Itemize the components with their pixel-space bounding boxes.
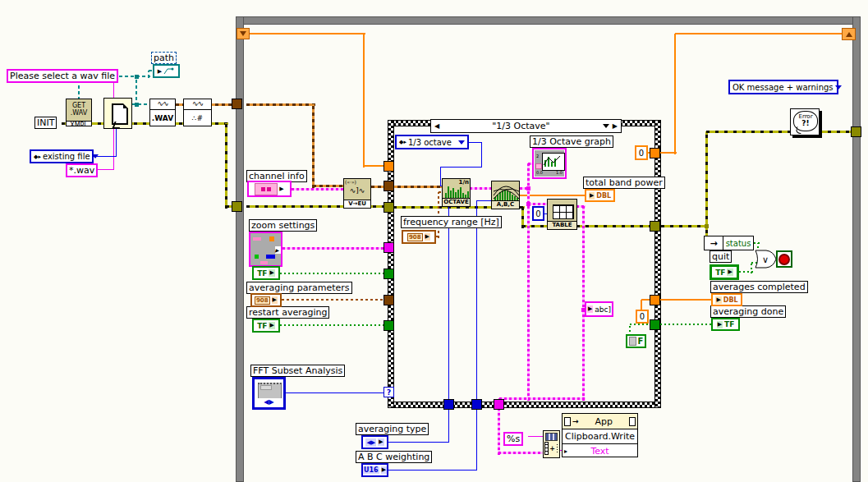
while-loop-border-left[interactable] bbox=[236, 16, 244, 482]
quit-label: quit bbox=[710, 250, 732, 263]
tunnel-signal-in[interactable] bbox=[383, 181, 394, 191]
case-dropdown-icon[interactable] bbox=[603, 124, 609, 128]
fft-subset-control[interactable]: ◀▶ bbox=[252, 377, 286, 410]
tunnel-averaging-params[interactable] bbox=[383, 295, 394, 305]
averages-completed-indicator[interactable]: ▶DBL bbox=[711, 293, 742, 306]
averages-zero-constant[interactable]: 0 bbox=[636, 310, 649, 324]
invoke-param-text[interactable]: ▸Text bbox=[563, 444, 637, 457]
quit-control[interactable]: TF▶ bbox=[710, 264, 739, 280]
averaging-parameters-control[interactable]: 908▶ bbox=[250, 293, 282, 307]
wave-info-vi[interactable]: ∿∿∴# bbox=[183, 99, 212, 126]
reset-zero-constant[interactable]: 0 bbox=[635, 145, 648, 160]
zoom-settings-wire bbox=[282, 247, 387, 250]
restart-averaging-label: restart averaging bbox=[246, 306, 329, 319]
averages-completed-label: averages completed bbox=[710, 281, 808, 293]
tunnel-zoom-settings[interactable] bbox=[383, 242, 394, 253]
wav-pattern-string[interactable]: *.wav bbox=[66, 163, 98, 177]
cluster-icon bbox=[255, 183, 278, 195]
while-loop-border-top[interactable] bbox=[236, 16, 861, 25]
tunnel-case-error-in[interactable] bbox=[383, 202, 394, 213]
error-handler-vi[interactable]: Error?! bbox=[790, 108, 820, 135]
octave-analysis-vi[interactable]: 1/nOCTAVE bbox=[442, 178, 471, 207]
scale-v-to-eu-vi[interactable]: («·»)∿]∿V→EU bbox=[343, 178, 371, 209]
tunnel-averages-out[interactable] bbox=[650, 295, 660, 305]
dropdown-icon[interactable] bbox=[458, 140, 465, 145]
invoke-method[interactable]: Clipboard.Write bbox=[563, 429, 637, 444]
averaging-type-control[interactable]: ◀▶▶ bbox=[361, 435, 388, 449]
abc-weighting-vi[interactable]: A,B,C bbox=[491, 181, 520, 209]
wire-junction bbox=[526, 202, 530, 206]
case-border-right[interactable] bbox=[654, 120, 661, 408]
band-strings-indicator[interactable]: ▶abc] bbox=[585, 301, 613, 317]
octave-graph-label: 1/3 Octave graph bbox=[530, 135, 613, 148]
false-constant[interactable]: F bbox=[626, 334, 646, 348]
zoom-settings-control[interactable]: ▶ bbox=[249, 232, 282, 267]
tunnel-error-in[interactable] bbox=[232, 201, 242, 212]
tunnel-band-strings[interactable] bbox=[494, 399, 504, 410]
error-wire-case bbox=[522, 225, 659, 227]
tunnel-count-out[interactable] bbox=[650, 148, 660, 158]
invoke-class[interactable]: App bbox=[581, 416, 627, 427]
tunnel-abc-weighting[interactable] bbox=[471, 399, 482, 410]
zoom-settings-label: zoom settings bbox=[249, 219, 317, 232]
averaging-parameters-label: averaging parameters bbox=[246, 282, 352, 294]
ok-message-enum[interactable]: OK message + warnings bbox=[728, 80, 838, 94]
init-constant[interactable]: INIT bbox=[34, 117, 57, 129]
case-next-arrow[interactable]: ▶ bbox=[613, 122, 618, 130]
file-dialog-vi[interactable] bbox=[103, 98, 132, 129]
existing-file-enum[interactable]: ◆▸existing file bbox=[30, 149, 94, 163]
dropdown-icon[interactable] bbox=[835, 85, 842, 90]
case-prev-arrow[interactable]: ◀ bbox=[434, 122, 439, 130]
tunnel-averaging-type[interactable] bbox=[443, 399, 454, 410]
please-select-string[interactable]: Please select a wav file bbox=[7, 69, 118, 83]
existing-file-wire bbox=[116, 129, 117, 157]
dropdown-icon[interactable] bbox=[92, 154, 99, 158]
tunnel-count-in[interactable] bbox=[383, 161, 394, 172]
zoom-enable-control[interactable]: TF▶ bbox=[252, 266, 280, 280]
shift-register-right[interactable] bbox=[842, 28, 856, 40]
tunnel-restart-averaging[interactable] bbox=[383, 320, 394, 331]
averaging-done-indicator[interactable]: ▶TF bbox=[711, 318, 740, 331]
while-loop-border-right[interactable] bbox=[852, 16, 861, 482]
tunnel-case-error-out[interactable] bbox=[650, 221, 660, 232]
tunnel-wav-data-in[interactable] bbox=[232, 99, 242, 109]
svg-text:∨: ∨ bbox=[762, 255, 769, 265]
case-title: "1/3 Octave" bbox=[443, 121, 599, 131]
octave-graph-terminal[interactable]: 20.01.0 bbox=[532, 148, 567, 179]
tunnel-error-out[interactable] bbox=[851, 126, 861, 137]
tunnel-done-out[interactable] bbox=[650, 319, 660, 330]
loop-stop-terminal[interactable] bbox=[776, 250, 792, 268]
restart-averaging-control[interactable]: TF▶ bbox=[252, 319, 280, 333]
error-wire-right bbox=[706, 131, 793, 133]
total-band-power-indicator[interactable]: ▶DBL bbox=[585, 189, 615, 202]
case-title-bar[interactable]: ◀"1/3 Octave"▶ bbox=[430, 119, 622, 133]
case-border-bottom[interactable] bbox=[388, 402, 661, 408]
invoke-node[interactable]: →AppClipboard.Write▸Text bbox=[562, 413, 638, 457]
frequency-range-control[interactable]: 908▶ bbox=[402, 230, 436, 244]
averaging-type-label: averaging type bbox=[356, 423, 429, 435]
abc-weight-wire-in bbox=[476, 200, 492, 201]
table-zero-constant[interactable]: 0 bbox=[532, 206, 544, 221]
get-wav-example-vi[interactable]: GET.WAVXMPL bbox=[66, 99, 92, 126]
abc-weighting-control[interactable]: U16▶ bbox=[361, 463, 388, 477]
avg-params-wire bbox=[282, 299, 386, 301]
octave-enum-wire bbox=[440, 167, 482, 168]
channel-info-control[interactable]: ▶ bbox=[247, 181, 292, 197]
read-wav-file-vi[interactable]: ∿∿.WAV bbox=[149, 99, 176, 126]
error-wire-right bbox=[705, 131, 708, 228]
error-wire-left bbox=[225, 123, 227, 209]
path-label[interactable]: path bbox=[151, 52, 177, 64]
wav-wire-loop bbox=[246, 103, 315, 106]
table-vi[interactable]: TABLE bbox=[547, 199, 577, 230]
or-function[interactable]: ∨ bbox=[755, 250, 777, 269]
status-unbundle[interactable]: →status bbox=[704, 236, 754, 250]
one-third-octave-enum[interactable]: ◆▸1/3 octave bbox=[395, 135, 469, 149]
shift-register-left[interactable] bbox=[237, 28, 250, 39]
abc-out-wire bbox=[527, 188, 530, 401]
array-to-string-node[interactable]: + bbox=[543, 430, 560, 458]
tunnel-zoom-enable[interactable] bbox=[383, 269, 394, 279]
path-indicator[interactable]: ▶ bbox=[153, 64, 180, 78]
format-string-constant[interactable]: %s bbox=[503, 432, 523, 446]
octave-enum-wire bbox=[440, 167, 441, 186]
case-selector-terminal[interactable]: ? bbox=[383, 387, 394, 397]
